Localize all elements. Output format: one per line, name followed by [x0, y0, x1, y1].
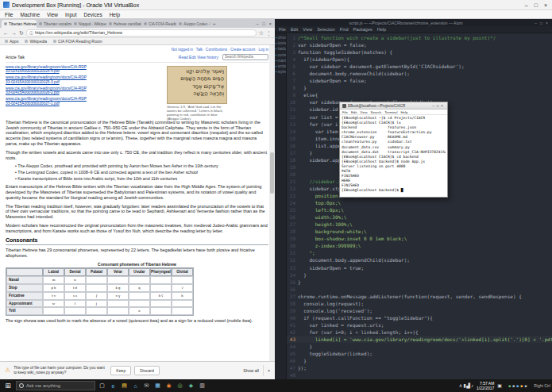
- tree-item[interactable]: content.js: [275, 52, 286, 58]
- terminal-menu-item[interactable]: Edit: [351, 110, 357, 114]
- code-text: if(sidebarOpen){: [298, 56, 349, 63]
- browser-tab[interactable]: Tiberian vocalization - Wi: [37, 20, 71, 28]
- terminal-minimize-icon[interactable]: –: [432, 104, 434, 108]
- battery-icon[interactable]: ▮: [463, 383, 465, 388]
- tree-item[interactable]: chrome_extension: [275, 35, 286, 40]
- browser-tab[interactable]: Tiberian Hebrew - Wikipedia: [2, 20, 37, 28]
- editor-menu-item[interactable]: File: [279, 27, 286, 32]
- table-cell: [129, 292, 150, 300]
- browser-tab[interactable]: Niqqud - Wikipedia: [71, 20, 106, 28]
- close-icon[interactable]: ×: [544, 2, 547, 8]
- action-center-icon[interactable]: ▣: [497, 383, 502, 388]
- keep-button[interactable]: Keep: [110, 366, 131, 375]
- store-icon[interactable]: ⌂: [130, 381, 141, 391]
- browser-menu-icon[interactable]: ⋮: [266, 30, 272, 36]
- mail-icon[interactable]: ✉: [141, 381, 152, 391]
- vb-menu-item[interactable]: Help: [110, 12, 120, 17]
- terminal-window[interactable]: EBook@localhost:~/Projects/CIACR – □ × F…: [339, 102, 448, 198]
- browser-tab[interactable]: CIA FOIA Reading Room: [141, 20, 176, 28]
- atom-icon[interactable]: ◈: [186, 381, 196, 391]
- tree-item[interactable]: background.js: [275, 46, 286, 52]
- tree-item[interactable]: manifest.json: [275, 58, 286, 63]
- table-cell: f v: [43, 292, 64, 300]
- reload-icon[interactable]: ↻: [19, 30, 24, 36]
- bookmark-item[interactable]: CIA FOIA Reading Room: [53, 39, 102, 44]
- taskbar-search[interactable]: Ask me anything: [16, 381, 95, 390]
- editor-menu-item[interactable]: Packages: [353, 27, 373, 32]
- tree-item[interactable]: script.js: [275, 63, 286, 69]
- terminal-icon[interactable]: ▥: [197, 381, 207, 391]
- download-bar-close-icon[interactable]: ×: [268, 368, 270, 373]
- star-icon[interactable]: ☆: [259, 30, 264, 36]
- browser-minimize-icon[interactable]: –: [256, 21, 258, 26]
- discard-button[interactable]: Discard: [134, 366, 160, 375]
- minimize-icon[interactable]: –: [525, 2, 528, 8]
- editor-close-icon[interactable]: ×: [546, 21, 548, 25]
- vb-menu-item[interactable]: File: [5, 12, 13, 17]
- url-input[interactable]: [35, 30, 253, 35]
- bookmark-favicon-icon: [5, 40, 8, 43]
- editor-menu-item[interactable]: Help: [377, 27, 386, 32]
- firefox-icon[interactable]: ◉: [164, 381, 174, 391]
- wikipedia-search-input[interactable]: [222, 54, 268, 60]
- aleppo-codex-image[interactable]: וַיֹּאמֶר אֱלֹהִים יִקָּווּהַמַּיִם מִתַ…: [167, 66, 227, 104]
- edge-icon[interactable]: e: [108, 381, 118, 391]
- editor-menu-item[interactable]: Find: [340, 27, 349, 32]
- editor-minimize-icon[interactable]: –: [535, 21, 537, 25]
- editor-menu-item[interactable]: View: [303, 27, 312, 32]
- line-number: 2: [287, 41, 298, 48]
- terminal-output[interactable]: [EBook@localhost ~]$ cd Projects/CIACR[E…: [340, 115, 447, 194]
- wiki-personal-links[interactable]: Not logged in · Talk · Contributions · C…: [6, 48, 268, 52]
- browser-maximize-icon[interactable]: □: [262, 21, 264, 26]
- editor-maximize-icon[interactable]: □: [540, 21, 542, 25]
- terminal-menu-item[interactable]: File: [342, 110, 348, 114]
- wiki-namespace-tabs[interactable]: Article Talk: [6, 55, 25, 60]
- browser-close-icon[interactable]: ×: [269, 21, 272, 26]
- site-info-icon[interactable]: ⓘ: [29, 30, 33, 35]
- browser-scrollbar[interactable]: [269, 45, 275, 361]
- volume-icon[interactable]: ♪: [471, 383, 473, 388]
- editor-menu-item[interactable]: Edit: [291, 27, 298, 32]
- terminal-menu-item[interactable]: Search: [371, 110, 382, 114]
- line-number: 18: [287, 156, 298, 163]
- new-tab-button[interactable]: +: [213, 21, 219, 28]
- maximize-icon[interactable]: □: [535, 2, 538, 8]
- editor-menu-item[interactable]: Selection: [317, 27, 335, 32]
- photos-icon[interactable]: ▦: [152, 381, 163, 391]
- task-view-icon[interactable]: ▢: [97, 381, 107, 391]
- cia-doc-link[interactable]: www.cia.gov/library/readingroom/docs/CIA…: [6, 75, 87, 85]
- terminal-menu-item[interactable]: Terminal: [384, 110, 397, 114]
- cia-doc-link[interactable]: www.cia.gov/library/readingroom/docs/CIA…: [6, 97, 87, 106]
- bookmark-item[interactable]: Wikipedia: [25, 39, 47, 44]
- file-explorer-icon[interactable]: ▤: [119, 381, 129, 391]
- tree-item[interactable]: styles.css: [275, 69, 286, 75]
- browser-tab[interactable]: Aleppo Codex - Wikipedi: [176, 20, 211, 28]
- scrollbar-thumb[interactable]: [270, 152, 274, 194]
- vb-menu-item[interactable]: View: [47, 12, 58, 17]
- cia-doc-link[interactable]: www.cia.gov/library/readingroom/docs/CIA…: [6, 65, 87, 75]
- wiki-view-tabs[interactable]: Read Edit View history: [179, 55, 218, 60]
- show-all-button[interactable]: Show all: [243, 368, 259, 373]
- vb-menu-item[interactable]: Machine: [20, 12, 40, 17]
- terminal-maximize-icon[interactable]: □: [437, 104, 439, 108]
- back-icon[interactable]: ←: [3, 30, 9, 36]
- network-icon[interactable]: ▟: [466, 383, 470, 388]
- vb-menu-item[interactable]: Devices: [84, 12, 102, 17]
- chrome-icon[interactable]: ◎: [175, 381, 185, 391]
- start-button[interactable]: ⊞: [2, 380, 14, 391]
- code-editor[interactable]: 1 /*Small function wich create a sidebar…: [287, 33, 552, 379]
- cia-doc-link[interactable]: www.cia.gov/library/readingroom/docs/CIA…: [6, 86, 87, 96]
- terminal-menu-item[interactable]: Help: [400, 110, 407, 114]
- terminal-titlebar[interactable]: EBook@localhost:~/Projects/CIACR – □ ×: [340, 102, 447, 110]
- terminal-close-icon[interactable]: ×: [441, 104, 443, 108]
- table-cell: [43, 307, 64, 315]
- terminal-menu-item[interactable]: View: [360, 110, 367, 114]
- browser-tab[interactable]: Hebrew cantillation - Wik: [106, 20, 141, 28]
- tray-chevron-icon[interactable]: ∧: [459, 383, 462, 388]
- address-bar[interactable]: ⓘ: [26, 29, 257, 37]
- taskbar-clock[interactable]: 7:57 AM 1/22/2017: [477, 381, 494, 390]
- tree-item[interactable]: icons: [275, 40, 286, 46]
- vb-menu-item[interactable]: Input: [65, 12, 76, 17]
- bookmark-item[interactable]: Apps: [5, 39, 18, 44]
- forward-icon[interactable]: →: [11, 30, 17, 36]
